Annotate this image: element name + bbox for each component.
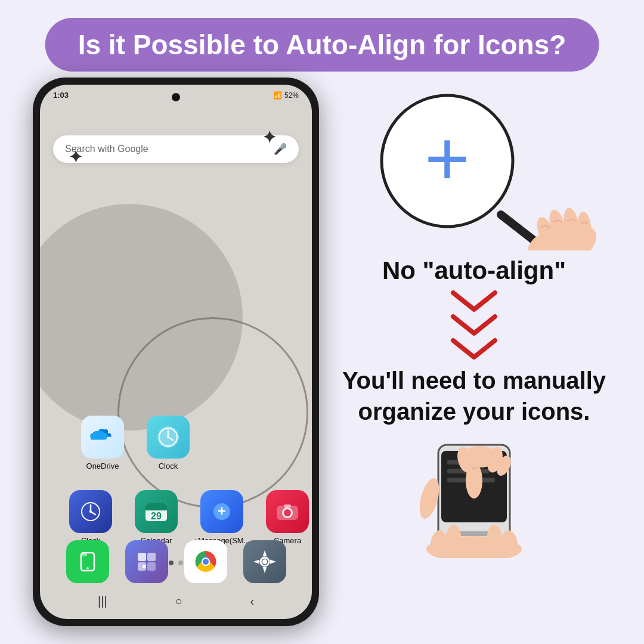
calendar-icon: 29 [135, 490, 178, 533]
app-icon-camera[interactable]: Camera [261, 490, 312, 545]
app-icon-onedrive[interactable]: OneDrive [76, 416, 129, 470]
app-icon-calendar[interactable]: 29 Calendar [129, 490, 183, 545]
clock-blue-icon [69, 490, 112, 533]
clock-teal-icon [147, 416, 190, 459]
onedrive-label: OneDrive [86, 462, 119, 470]
sparkle-icon-tr: ✦ [262, 128, 276, 147]
status-time: 1:03 [53, 91, 69, 100]
hand-phone-section [328, 439, 620, 558]
app-icon-clock-top[interactable]: Clock [141, 416, 195, 470]
svg-point-20 [86, 567, 89, 569]
svg-rect-18 [284, 504, 291, 507]
battery-icon: 52% [284, 91, 299, 100]
dock [58, 540, 294, 583]
magnifier-section: + [328, 83, 620, 250]
svg-point-25 [143, 565, 146, 568]
onedrive-icon [81, 416, 124, 459]
phone-outer: 1:03 📶 52% ✦ ✦ Search with Google 🎤 [33, 78, 319, 626]
svg-rect-24 [147, 562, 156, 571]
page-title: Is it Possible to Auto-Align for Icons? [78, 29, 566, 61]
svg-point-29 [203, 559, 209, 565]
svg-text:+: + [218, 503, 226, 519]
app-row-2: Clock 29 Calendar [64, 490, 312, 545]
chevron-2 [450, 314, 498, 336]
chevron-1 [450, 290, 498, 312]
title-bar: Is it Possible to Auto-Align for Icons? [45, 18, 599, 72]
decorative-circle-outline [117, 317, 308, 508]
svg-rect-22 [147, 553, 156, 561]
dock-settings-icon[interactable] [243, 540, 286, 583]
phone-inner: 1:03 📶 52% ✦ ✦ Search with Google 🎤 [40, 85, 312, 619]
status-icons: 📶 52% [273, 91, 299, 100]
dock-phone-icon[interactable] [66, 540, 109, 583]
magnifier-illustration: + [328, 83, 620, 250]
svg-text:+: + [425, 114, 470, 202]
clock-top-label: Clock [159, 462, 178, 470]
dock-chrome-icon[interactable] [184, 540, 227, 583]
dock-galaxy-icon[interactable] [125, 540, 168, 583]
nav-recents-icon[interactable]: ||| [98, 595, 107, 608]
phone-container: 1:03 📶 52% ✦ ✦ Search with Google 🎤 [33, 78, 319, 626]
svg-point-31 [262, 559, 267, 564]
hand-phone-illustration [391, 439, 558, 558]
svg-point-4 [167, 436, 169, 438]
nav-bar: ||| ○ ‹ [40, 595, 312, 608]
sparkle-icon-tl: ✦ [69, 147, 82, 167]
svg-point-8 [89, 510, 92, 513]
chevron-3 [450, 338, 498, 360]
app-icon-message[interactable]: + +Message(SM... [195, 490, 249, 545]
bottom-text: You'll need to manually organize your ic… [328, 365, 620, 427]
wifi-icon: 📶 [273, 91, 282, 100]
app-row-1: OneDrive Clock [76, 416, 195, 470]
svg-rect-21 [138, 553, 146, 561]
camera-notch [172, 93, 180, 101]
nav-back-icon[interactable]: ‹ [250, 595, 254, 608]
app-icon-clock-bottom[interactable]: Clock [64, 490, 117, 545]
svg-point-17 [284, 509, 291, 516]
no-align-text: No "auto-align" [382, 256, 566, 284]
svg-rect-11 [145, 508, 167, 510]
svg-text:29: 29 [151, 511, 162, 521]
message-icon: + [200, 490, 243, 533]
nav-home-icon[interactable]: ○ [175, 595, 182, 608]
camera-icon [266, 490, 309, 533]
right-panel: + No "auto-align" [328, 83, 620, 558]
chevrons-group [328, 290, 620, 360]
